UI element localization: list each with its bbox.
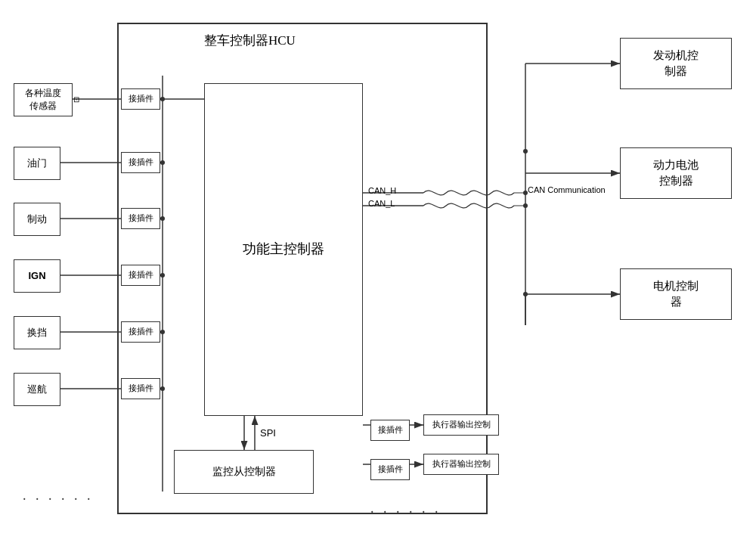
- svg-point-39: [523, 149, 528, 154]
- can-h-label: CAN_H: [368, 186, 396, 195]
- can-comm-label: CAN Communication: [528, 185, 606, 194]
- connector-ign: 接插件: [121, 265, 160, 286]
- connector-throttle: 接插件: [121, 152, 160, 173]
- sensor-symbol: ⊡: [73, 95, 79, 104]
- actuator1-box: 执行器输出控制: [423, 414, 499, 436]
- svg-point-41: [523, 203, 528, 208]
- connector-cruise: 接插件: [121, 378, 160, 399]
- diagram: 整车控制器HCU 功能主控制器 监控从控制器 各种温度传感器 接插件 ⊡ 油门 …: [0, 0, 756, 549]
- gear-box: 换挡: [14, 316, 60, 349]
- connector-temp: 接插件: [121, 88, 160, 110]
- hcu-title: 整车控制器HCU: [204, 32, 296, 49]
- can-l-label: CAN_L: [368, 199, 395, 208]
- cruise-box: 巡航: [14, 373, 60, 406]
- connector-act2: 接插件: [370, 459, 410, 480]
- dots-right: · · · · · ·: [370, 504, 442, 520]
- main-controller-box: 功能主控制器: [204, 83, 363, 416]
- monitor-controller-box: 监控从控制器: [174, 450, 314, 494]
- spi-label: SPI: [260, 427, 276, 439]
- connector-gear: 接插件: [121, 321, 160, 343]
- temp-sensor-label: 各种温度传感器: [25, 87, 61, 113]
- actuator2-box: 执行器输出控制: [423, 454, 499, 475]
- connector-brake: 接插件: [121, 208, 160, 229]
- brake-box: 制动: [14, 203, 60, 236]
- connector-act1: 接插件: [370, 420, 410, 441]
- engine-ctrl-box: 发动机控制器: [620, 38, 732, 89]
- ign-box: IGN: [14, 259, 60, 293]
- battery-ctrl-box: 动力电池控制器: [620, 147, 732, 199]
- svg-point-42: [523, 292, 528, 296]
- temp-sensor-box: 各种温度传感器: [14, 83, 73, 116]
- monitor-controller-label: 监控从控制器: [212, 464, 276, 479]
- dots-left: · · · · · ·: [23, 492, 94, 507]
- motor-ctrl-box: 电机控制器: [620, 268, 732, 320]
- throttle-box: 油门: [14, 147, 60, 180]
- main-controller-label: 功能主控制器: [243, 240, 324, 259]
